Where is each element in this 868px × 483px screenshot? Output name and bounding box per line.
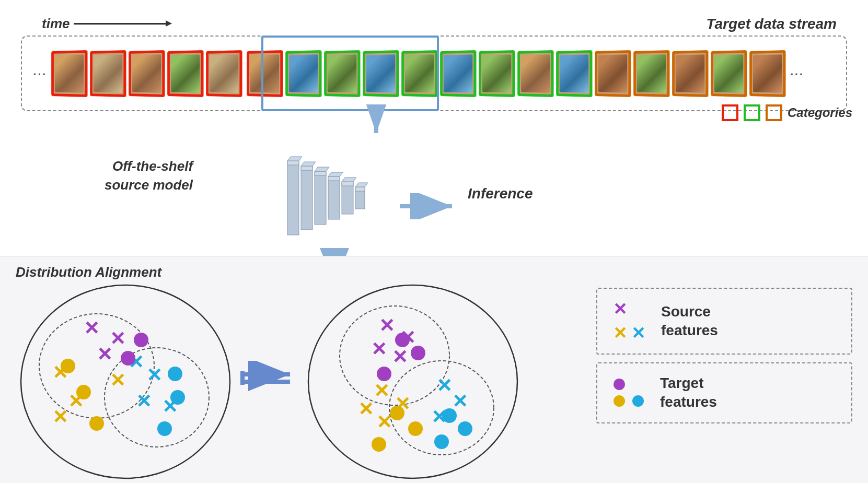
svg-text:✕: ✕ — [374, 380, 389, 402]
image-card — [247, 50, 283, 97]
svg-rect-13 — [355, 187, 365, 191]
image-card — [479, 50, 515, 97]
purple-x-icon: ✕ — [613, 299, 627, 319]
model-label: Off-the-shelf source model — [105, 157, 193, 195]
svg-point-51 — [308, 285, 517, 478]
svg-point-42 — [121, 351, 135, 366]
svg-point-40 — [76, 385, 91, 399]
svg-text:✕: ✕ — [52, 406, 68, 428]
top-section: time Target data stream ··· ··· — [10, 10, 858, 120]
svg-marker-14 — [287, 157, 302, 161]
scatter-after: ✕ ✕ ✕ ✕ ✕ ✕ ✕ ✕ ✕ ✕ ✕ — [303, 282, 523, 481]
svg-text:✕: ✕ — [436, 375, 452, 396]
svg-text:✕: ✕ — [379, 315, 395, 336]
time-label: time — [42, 16, 70, 32]
svg-point-41 — [89, 416, 104, 431]
svg-point-27 — [105, 348, 209, 447]
dots-left: ··· — [32, 64, 47, 83]
svg-point-73 — [434, 434, 449, 449]
svg-text:✕: ✕ — [110, 370, 125, 391]
image-card — [672, 50, 708, 97]
source-symbols: ✕ ✕ ✕ — [613, 299, 645, 343]
target-symbol-row1 — [613, 378, 644, 391]
image-card — [285, 50, 321, 97]
source-symbol-row2: ✕ ✕ — [613, 323, 645, 343]
target-stream-label: Target data stream — [707, 16, 837, 32]
svg-marker-17 — [328, 172, 343, 176]
source-features-box: ✕ ✕ ✕ Sourcefeatures — [596, 288, 852, 355]
svg-point-71 — [442, 408, 457, 423]
svg-marker-16 — [315, 167, 329, 171]
svg-rect-9 — [328, 176, 340, 181]
svg-rect-2 — [287, 162, 299, 235]
target-features-label: Targetfeatures — [660, 374, 717, 412]
image-card — [440, 50, 476, 97]
cyan-dot-icon — [632, 395, 644, 407]
svg-point-65 — [390, 406, 404, 420]
svg-point-39 — [61, 359, 75, 373]
source-symbol-row1: ✕ — [613, 299, 645, 319]
svg-point-70 — [377, 367, 391, 381]
category-orange-box — [766, 104, 782, 121]
image-card — [51, 50, 87, 97]
source-features-label: Sourcefeatures — [661, 302, 718, 340]
svg-point-76 — [632, 395, 644, 407]
image-card — [167, 50, 203, 97]
category-green-box — [744, 104, 760, 121]
image-card — [324, 50, 360, 97]
svg-text:✕: ✕ — [358, 398, 374, 420]
svg-marker-19 — [355, 183, 368, 187]
svg-text:✕: ✕ — [392, 346, 408, 368]
svg-rect-10 — [342, 183, 353, 214]
svg-rect-50 — [240, 371, 245, 385]
svg-text:✕: ✕ — [452, 391, 468, 412]
categories-legend: Categories — [722, 104, 852, 121]
svg-rect-7 — [315, 171, 326, 175]
svg-text:✕: ✕ — [376, 411, 392, 433]
target-features-box: Targetfeatures — [596, 362, 852, 423]
svg-point-66 — [408, 421, 423, 436]
svg-rect-4 — [301, 167, 313, 230]
legend-container: ✕ ✕ ✕ Sourcefeatures Targetfeatures — [596, 288, 852, 431]
svg-point-68 — [395, 333, 410, 347]
svg-text:✕: ✕ — [136, 391, 152, 412]
time-arrow: time — [42, 16, 168, 32]
svg-point-67 — [372, 437, 386, 452]
scatter-before: ✕ ✕ ✕ ✕ ✕ ✕ ✕ ✕ ✕ ✕ ✕ — [16, 282, 235, 481]
cyan-x-icon: ✕ — [631, 323, 645, 343]
purple-dot-icon — [613, 378, 626, 391]
svg-point-75 — [614, 395, 625, 407]
svg-point-43 — [134, 333, 148, 347]
svg-point-45 — [170, 390, 185, 405]
svg-rect-11 — [342, 182, 353, 186]
svg-text:✕: ✕ — [146, 364, 162, 386]
inference-arrow — [397, 193, 460, 219]
svg-marker-18 — [342, 178, 356, 182]
svg-point-44 — [168, 367, 182, 381]
svg-rect-5 — [301, 166, 313, 170]
svg-marker-15 — [301, 162, 316, 166]
image-card — [749, 50, 785, 97]
image-card — [595, 50, 631, 97]
middle-section: Off-the-shelf source model — [0, 136, 868, 261]
svg-text:✕: ✕ — [97, 344, 112, 365]
inference-label: Inference — [468, 185, 533, 202]
target-symbols — [613, 378, 644, 407]
svg-rect-6 — [315, 172, 326, 225]
image-card — [90, 50, 126, 97]
alignment-arrow — [238, 361, 300, 397]
categories-label: Categories — [788, 105, 852, 120]
image-card — [517, 50, 553, 97]
image-card — [401, 50, 437, 97]
target-symbol-row2 — [613, 395, 644, 407]
svg-text:✕: ✕ — [84, 317, 99, 339]
yellow-dot-icon — [613, 395, 626, 407]
svg-rect-8 — [328, 178, 340, 219]
yellow-x-icon: ✕ — [613, 323, 627, 343]
svg-point-74 — [614, 379, 625, 390]
image-card — [633, 50, 669, 97]
svg-point-72 — [458, 421, 472, 436]
time-arrow-line — [74, 23, 168, 25]
image-card — [206, 50, 242, 97]
category-red-box — [722, 104, 738, 121]
